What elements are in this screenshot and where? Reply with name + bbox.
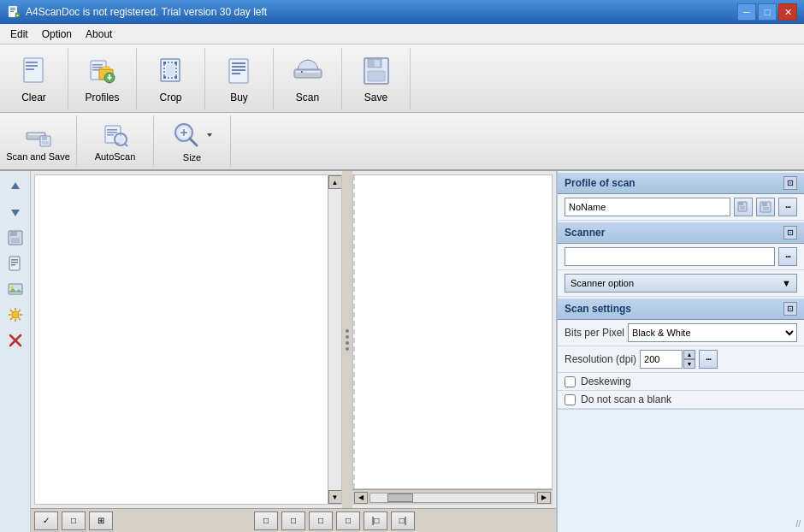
svg-rect-77: [763, 207, 769, 210]
autoscan-label: AutoScan: [95, 151, 136, 162]
profile-collapse-btn[interactable]: ⊡: [783, 176, 797, 190]
svg-rect-39: [42, 141, 49, 145]
profile-more-button[interactable]: ···: [778, 198, 797, 216]
scanner-option-button[interactable]: Scanner option ▼: [565, 274, 797, 293]
scan-and-save-button[interactable]: Scan and Save: [0, 115, 77, 167]
scanner-option-arrow: ▼: [782, 278, 791, 288]
svg-line-69: [18, 310, 21, 312]
scanner-collapse-btn[interactable]: ⊡: [783, 226, 797, 239]
scroll-left-arrow[interactable]: ◀: [354, 492, 368, 504]
resolution-input[interactable]: [640, 350, 683, 369]
svg-point-45: [117, 136, 124, 143]
svg-rect-28: [294, 69, 322, 78]
no-blank-checkbox[interactable]: [565, 394, 576, 405]
deskewing-checkbox[interactable]: [565, 376, 576, 387]
image-sidebar-icon[interactable]: [3, 277, 27, 301]
svg-rect-20: [174, 62, 177, 64]
svg-rect-54: [11, 238, 20, 243]
document-sidebar-icon[interactable]: [3, 251, 27, 275]
resolution-down-btn[interactable]: ▼: [683, 359, 695, 369]
svg-line-66: [10, 310, 13, 312]
size-button[interactable]: Size: [154, 115, 231, 167]
scroll-down-arrow[interactable]: ▼: [328, 490, 342, 504]
view-btn-3[interactable]: □: [309, 511, 333, 530]
scan-button[interactable]: Scan: [274, 48, 342, 109]
bottom-scrollbar[interactable]: ◀ ▶: [352, 489, 553, 505]
divider-dots: [346, 329, 349, 351]
grid-button[interactable]: ⊞: [89, 511, 113, 530]
svg-rect-38: [42, 137, 47, 140]
maximize-button[interactable]: □: [758, 3, 777, 21]
scan-icon: [291, 54, 325, 88]
resolution-up-btn[interactable]: ▲: [683, 350, 695, 359]
h-scroll-track[interactable]: [369, 493, 535, 503]
bits-per-pixel-label: Bits per Pixel: [565, 327, 624, 339]
svg-rect-74: [740, 206, 745, 210]
panel-divider[interactable]: [342, 171, 352, 508]
menu-option[interactable]: Option: [35, 27, 79, 42]
resolution-more-button[interactable]: ···: [699, 350, 718, 369]
scanner-name-input[interactable]: [565, 247, 775, 266]
profile-load-button[interactable]: [734, 198, 753, 216]
crop-label: Crop: [159, 92, 181, 103]
brightness-sidebar-icon[interactable]: [3, 303, 27, 327]
save-button[interactable]: Save: [342, 48, 411, 109]
profile-of-scan-header: Profile of scan ⊡: [558, 173, 804, 194]
scroll-track[interactable]: [328, 189, 341, 490]
left-preview-panel: ▲ ▼: [34, 174, 342, 505]
view-btn-4[interactable]: □: [336, 511, 360, 530]
view-btn-6[interactable]: □|: [391, 511, 415, 530]
preview-area: ▲ ▼: [31, 171, 556, 532]
view-btn-5[interactable]: |□: [364, 511, 387, 530]
scan-settings-collapse-btn[interactable]: ⊡: [783, 302, 797, 316]
crop-icon: [154, 54, 188, 88]
scan-label: Scan: [296, 92, 319, 103]
profiles-label: Profiles: [85, 92, 119, 103]
buy-label: Buy: [230, 92, 248, 103]
view-btn-2[interactable]: □: [281, 511, 305, 530]
left-sidebar: [0, 171, 31, 532]
view-btn-1[interactable]: □: [254, 511, 278, 530]
preview-panels: ▲ ▼: [31, 171, 556, 508]
close-button[interactable]: ✕: [778, 3, 797, 21]
deskewing-label: Deskewing: [581, 375, 631, 387]
svg-rect-30: [301, 71, 303, 73]
page-button[interactable]: □: [62, 511, 86, 530]
svg-rect-73: [739, 202, 743, 205]
clear-label: Clear: [21, 92, 46, 103]
buy-button[interactable]: Buy: [205, 48, 274, 109]
menu-about[interactable]: About: [79, 27, 119, 42]
title-bar-left: A4ScanDoc is not registered. Trial versi…: [7, 5, 267, 19]
svg-rect-41: [107, 129, 117, 131]
svg-line-67: [18, 318, 21, 321]
clear-button[interactable]: Clear: [0, 48, 68, 109]
scanner-more-button[interactable]: ···: [778, 247, 797, 266]
check-button[interactable]: ✓: [34, 511, 58, 530]
crop-button[interactable]: Crop: [137, 48, 205, 109]
menu-bar: Edit Option About: [0, 24, 804, 44]
autoscan-button[interactable]: AutoScan: [77, 115, 154, 167]
profile-save-button[interactable]: [756, 198, 775, 216]
bits-per-pixel-select[interactable]: Black & White Grayscale Color: [628, 323, 797, 342]
scan-settings-header: Scan settings ⊡: [558, 299, 804, 320]
svg-rect-56: [11, 259, 18, 261]
h-scroll-thumb[interactable]: [387, 494, 413, 502]
scroll-right-arrow[interactable]: ▶: [537, 492, 551, 504]
right-preview-panel: [352, 174, 553, 489]
minimize-button[interactable]: ─: [737, 3, 756, 21]
svg-rect-10: [92, 64, 103, 66]
save-sidebar-icon[interactable]: [3, 226, 27, 250]
resize-handle[interactable]: //: [795, 519, 801, 529]
scanner-row: ···: [558, 244, 804, 270]
scroll-up-icon[interactable]: [3, 174, 27, 198]
delete-sidebar-icon[interactable]: [3, 328, 27, 352]
menu-edit[interactable]: Edit: [3, 27, 35, 42]
profiles-button[interactable]: Profiles: [68, 48, 137, 109]
scroll-up-arrow[interactable]: ▲: [328, 175, 342, 189]
scroll-down-icon[interactable]: [3, 200, 27, 224]
profile-name-input[interactable]: [565, 198, 730, 216]
title-controls: ─ □ ✕: [737, 3, 797, 21]
svg-rect-22: [174, 76, 177, 79]
svg-rect-43: [107, 134, 114, 136]
left-panel-scrollbar[interactable]: ▲ ▼: [328, 175, 341, 504]
